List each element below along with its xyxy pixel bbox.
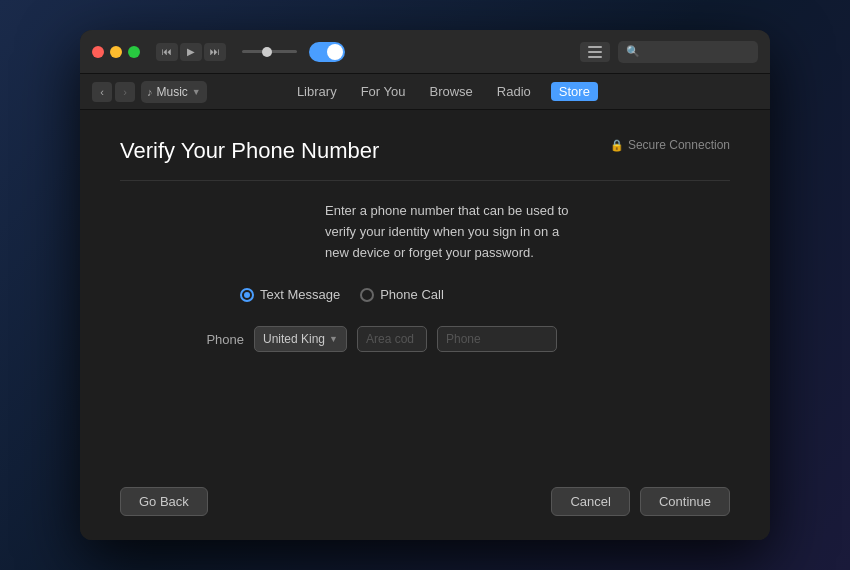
content-area: Verify Your Phone Number 🔒 Secure Connec…	[80, 110, 770, 540]
radio-phone-call-label: Phone Call	[380, 287, 444, 302]
search-box[interactable]: 🔍	[618, 41, 758, 63]
rewind-button[interactable]: ⏮	[156, 43, 178, 61]
radio-text-message[interactable]: Text Message	[240, 287, 340, 302]
tab-for-you[interactable]: For You	[357, 82, 410, 101]
close-button[interactable]	[92, 46, 104, 58]
maximize-button[interactable]	[128, 46, 140, 58]
radio-text-message-label: Text Message	[260, 287, 340, 302]
phone-row: Phone United King ▼	[120, 326, 730, 352]
phone-number-input[interactable]	[437, 326, 557, 352]
phone-label: Phone	[200, 332, 244, 347]
secure-connection: 🔒 Secure Connection	[610, 138, 730, 152]
tab-library[interactable]: Library	[293, 82, 341, 101]
tab-radio[interactable]: Radio	[493, 82, 535, 101]
minimize-button[interactable]	[110, 46, 122, 58]
toolbar: ‹ › ♪ Music ▼ Library For You Browse Rad…	[80, 74, 770, 110]
footer: Go Back Cancel Continue	[120, 479, 730, 516]
description-text: Enter a phone number that can be used to…	[265, 201, 585, 263]
nav-back-button[interactable]: ‹	[92, 82, 112, 102]
progress-area	[242, 50, 297, 53]
list-icon	[588, 46, 602, 58]
tab-store[interactable]: Store	[551, 82, 598, 101]
nav-links: Library For You Browse Radio Store	[133, 82, 758, 101]
play-button[interactable]: ▶	[180, 43, 202, 61]
radio-phone-call-circle[interactable]	[360, 288, 374, 302]
progress-track[interactable]	[242, 50, 297, 53]
radio-text-message-circle[interactable]	[240, 288, 254, 302]
secure-connection-label: Secure Connection	[628, 138, 730, 152]
list-view-button[interactable]	[580, 42, 610, 62]
area-code-input[interactable]	[357, 326, 427, 352]
fast-forward-button[interactable]: ⏭	[204, 43, 226, 61]
traffic-lights	[92, 46, 140, 58]
app-window: ⏮ ▶ ⏭ 🔍 ‹ › ♪	[80, 30, 770, 540]
radio-phone-call[interactable]: Phone Call	[360, 287, 444, 302]
country-value: United King	[263, 332, 325, 346]
continue-button[interactable]: Continue	[640, 487, 730, 516]
titlebar: ⏮ ▶ ⏭ 🔍	[80, 30, 770, 74]
action-buttons: Cancel Continue	[551, 487, 730, 516]
country-selector[interactable]: United King ▼	[254, 326, 347, 352]
page-header: Verify Your Phone Number 🔒 Secure Connec…	[120, 138, 730, 164]
search-icon: 🔍	[626, 45, 640, 58]
shuffle-toggle[interactable]	[309, 42, 345, 62]
radio-group: Text Message Phone Call	[120, 287, 730, 302]
cancel-button[interactable]: Cancel	[551, 487, 629, 516]
search-input[interactable]	[645, 45, 750, 59]
divider	[120, 180, 730, 181]
page-title: Verify Your Phone Number	[120, 138, 379, 164]
playback-controls: ⏮ ▶ ⏭	[156, 43, 226, 61]
progress-knob[interactable]	[262, 47, 272, 57]
tab-browse[interactable]: Browse	[425, 82, 476, 101]
go-back-button[interactable]: Go Back	[120, 487, 208, 516]
lock-icon: 🔒	[610, 139, 624, 152]
nav-arrows: ‹ ›	[92, 82, 135, 102]
chevron-down-icon: ▼	[329, 334, 338, 344]
